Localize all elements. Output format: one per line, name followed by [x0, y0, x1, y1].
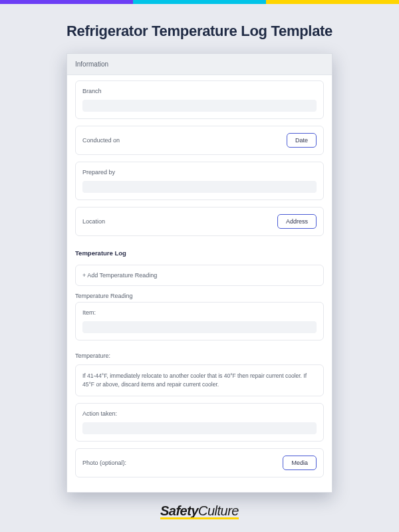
field-branch: Branch: [75, 80, 324, 119]
brand-thin: Culture: [198, 503, 239, 518]
field-location: Location Address: [75, 207, 324, 236]
brand-bold: Safety: [160, 503, 198, 518]
conducted-on-label: Conducted on: [82, 137, 120, 144]
location-label: Location: [82, 218, 105, 225]
brand-color-bar: [0, 0, 399, 4]
field-item: Item:: [75, 302, 324, 340]
temperature-label: Temperature:: [67, 350, 332, 360]
prepared-by-input[interactable]: [82, 181, 317, 193]
media-button[interactable]: Media: [283, 456, 317, 470]
field-prepared-by: Prepared by: [75, 162, 324, 200]
section-information-header: Information: [67, 54, 332, 75]
action-taken-label: Action taken:: [82, 410, 317, 417]
temperature-reading-label: Temperature Reading: [67, 290, 332, 301]
page-title: Refrigerator Temperature Log Template: [0, 4, 399, 53]
form-card: Information Branch Conducted on Date Pre…: [66, 53, 332, 493]
brand-footer: SafetyCulture: [0, 503, 399, 519]
field-action-taken: Action taken:: [75, 403, 324, 442]
item-input[interactable]: [82, 321, 317, 333]
action-taken-input[interactable]: [82, 422, 317, 434]
field-photo: Photo (optional): Media: [75, 448, 324, 477]
branch-label: Branch: [82, 88, 317, 94]
add-temperature-reading-button[interactable]: + Add Temperature Reading: [75, 265, 324, 286]
branch-input[interactable]: [82, 100, 317, 112]
item-label: Item:: [82, 309, 317, 316]
temperature-log-heading: Temperature Log: [67, 245, 332, 259]
address-button[interactable]: Address: [277, 214, 317, 229]
field-conducted-on: Conducted on Date: [75, 126, 324, 155]
prepared-by-label: Prepared by: [82, 169, 317, 176]
photo-label: Photo (optional):: [82, 460, 126, 466]
temperature-note: If 41-44°F, immediately relocate to anot…: [75, 364, 324, 396]
date-button[interactable]: Date: [287, 133, 317, 148]
